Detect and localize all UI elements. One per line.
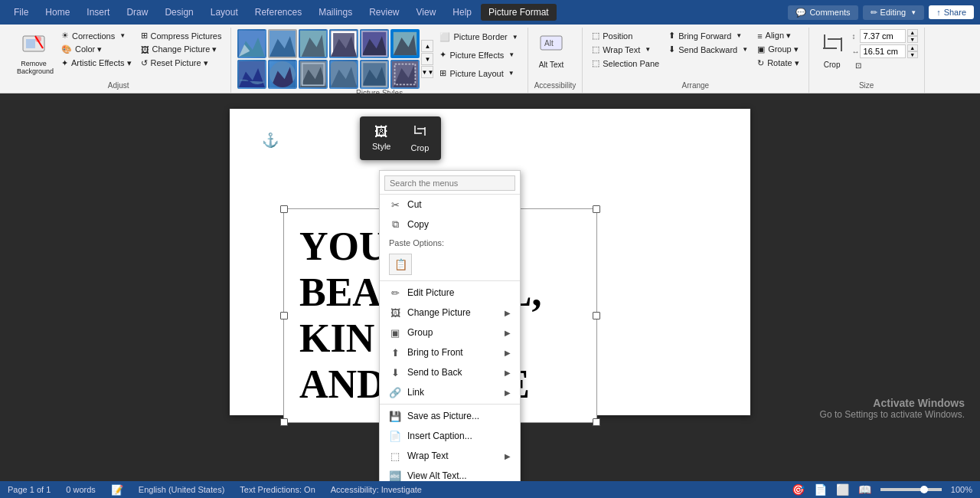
tab-home[interactable]: Home bbox=[38, 4, 77, 21]
view-normal-icon[interactable]: 📄 bbox=[814, 483, 827, 496]
selection-pane-button[interactable]: ⬚ Selection Pane bbox=[589, 57, 662, 70]
tab-picture-format[interactable]: Picture Format bbox=[481, 4, 557, 21]
cm-change-picture[interactable]: 🖼 Change Picture ▶ bbox=[380, 303, 520, 323]
align-button[interactable]: ≡ Align ▾ bbox=[754, 29, 802, 42]
width-up[interactable]: ▲ bbox=[907, 44, 918, 51]
wrap-text-arrow: ▶ bbox=[505, 452, 511, 460]
gallery-scroll-controls: ▲ ▼ ▼▼ bbox=[421, 40, 433, 78]
activate-desc: Go to Settings to activate Windows. bbox=[820, 409, 965, 420]
style-item-11[interactable] bbox=[360, 60, 389, 89]
tab-references[interactable]: References bbox=[247, 4, 309, 21]
cm-link[interactable]: 🔗 Link ▶ bbox=[380, 382, 520, 402]
change-picture-button[interactable]: 🖼 Change Picture ▾ bbox=[138, 43, 225, 56]
bring-forward-button[interactable]: ⬆ Bring Forward ▼ bbox=[665, 29, 751, 42]
comments-button[interactable]: 💬 Comments bbox=[788, 5, 858, 20]
reset-picture-button[interactable]: ↺ Reset Picture ▾ bbox=[138, 57, 225, 70]
cm-group[interactable]: ▣ Group ▶ bbox=[380, 323, 520, 342]
style-item-8[interactable] bbox=[268, 60, 297, 89]
zoom-thumb bbox=[920, 486, 928, 493]
style-item-3[interactable] bbox=[299, 29, 328, 58]
height-input[interactable] bbox=[860, 29, 906, 43]
effects-arrow: ▼ bbox=[508, 51, 514, 58]
cm-edit-picture[interactable]: ✏ Edit Picture bbox=[380, 283, 520, 303]
position-button[interactable]: ⬚ Position bbox=[589, 29, 662, 42]
alt-text-button[interactable]: Alt Alt Text bbox=[534, 29, 569, 72]
paste-keep-source[interactable]: 📋 bbox=[389, 254, 412, 275]
change-picture-icon: 🖼 bbox=[141, 45, 149, 54]
cm-view-alt-text[interactable]: 🔤 View Alt Text... bbox=[380, 466, 520, 481]
crop-label: Crop bbox=[824, 61, 841, 70]
layout-arrow: ▼ bbox=[508, 70, 514, 77]
cm-bring-to-front[interactable]: ⬆ Bring to Front ▶ bbox=[380, 342, 520, 362]
view-web-icon[interactable]: ⬜ bbox=[836, 483, 849, 496]
rotate-button[interactable]: ↻ Rotate ▾ bbox=[754, 57, 802, 70]
tab-insert[interactable]: Insert bbox=[79, 4, 117, 21]
styles-group-content: ▲ ▼ ▼▼ ⬜ Picture Border ▼ ✦ Picture Effe… bbox=[237, 29, 521, 89]
text-predictions: Text Predictions: On bbox=[240, 485, 315, 494]
width-down[interactable]: ▼ bbox=[907, 51, 918, 58]
gallery-expand[interactable]: ▼▼ bbox=[421, 66, 433, 78]
tab-design[interactable]: Design bbox=[157, 4, 201, 21]
float-crop-button[interactable]: Crop bbox=[401, 120, 438, 157]
send-backward-button[interactable]: ⬇ Send Backward ▼ bbox=[665, 43, 751, 56]
gallery-scroll-up[interactable]: ▲ bbox=[421, 40, 433, 52]
menu-search-input[interactable] bbox=[384, 175, 515, 191]
tab-layout[interactable]: Layout bbox=[203, 4, 246, 21]
style-item-1[interactable] bbox=[237, 29, 266, 58]
style-item-9[interactable] bbox=[299, 60, 328, 89]
cm-copy[interactable]: ⧉ Copy bbox=[380, 215, 520, 234]
handle-bot-right[interactable] bbox=[593, 418, 600, 426]
ribbon-group-picture-styles: ▲ ▼ ▼▼ ⬜ Picture Border ▼ ✦ Picture Effe… bbox=[231, 28, 528, 93]
float-style-button[interactable]: 🖼 Style bbox=[363, 120, 400, 157]
tab-view[interactable]: View bbox=[409, 4, 444, 21]
handle-mid-left[interactable] bbox=[280, 312, 288, 319]
alt-text-icon: Alt bbox=[539, 31, 564, 59]
bring-forward-arrow: ▼ bbox=[736, 32, 742, 39]
picture-effects-button[interactable]: ✦ Picture Effects ▼ bbox=[436, 48, 521, 61]
style-item-12[interactable] bbox=[390, 60, 420, 89]
size-dialog-launcher[interactable]: ⊡ bbox=[852, 60, 918, 71]
tab-draw[interactable]: Draw bbox=[119, 4, 155, 21]
handle-top-left[interactable] bbox=[280, 205, 288, 213]
wrap-text-button[interactable]: ⬚ Wrap Text ▼ bbox=[589, 43, 662, 56]
style-item-6[interactable] bbox=[390, 29, 420, 58]
handle-bot-left[interactable] bbox=[280, 418, 288, 426]
tab-help[interactable]: Help bbox=[445, 4, 479, 21]
compress-pictures-button[interactable]: ⊞ Compress Pictures bbox=[138, 29, 225, 42]
remove-background-button[interactable]: Remove Background bbox=[12, 29, 55, 78]
cm-wrap-text[interactable]: ⬚ Wrap Text ▶ bbox=[380, 446, 520, 466]
style-item-10[interactable] bbox=[329, 60, 358, 89]
handle-top-right[interactable] bbox=[593, 205, 600, 213]
cm-insert-caption[interactable]: 📄 Insert Caption... bbox=[380, 426, 520, 446]
picture-layout-button[interactable]: ⊞ Picture Layout ▼ bbox=[436, 67, 521, 80]
tab-mailings[interactable]: Mailings bbox=[311, 4, 360, 21]
corrections-button[interactable]: ☀ Corrections ▼ bbox=[58, 29, 135, 42]
view-read-icon[interactable]: 📖 bbox=[858, 483, 871, 496]
style-item-4[interactable] bbox=[329, 29, 358, 58]
height-up[interactable]: ▲ bbox=[907, 29, 918, 36]
gallery-scroll-down[interactable]: ▼ bbox=[421, 53, 433, 65]
arrange-content: ⬚ Position ⬚ Wrap Text ▼ ⬚ Selection Pan… bbox=[589, 29, 802, 81]
cm-cut[interactable]: ✂ Cut bbox=[380, 195, 520, 215]
style-item-5[interactable] bbox=[360, 29, 389, 58]
tab-review[interactable]: Review bbox=[361, 4, 407, 21]
width-input[interactable] bbox=[860, 44, 906, 58]
cm-send-to-back[interactable]: ⬇ Send to Back ▶ bbox=[380, 362, 520, 382]
handle-mid-right[interactable] bbox=[593, 312, 600, 319]
style-item-7[interactable] bbox=[237, 60, 266, 89]
group-arrow: ▶ bbox=[505, 329, 511, 337]
color-button[interactable]: 🎨 Color ▾ bbox=[58, 43, 135, 56]
share-button[interactable]: ↑ Share bbox=[929, 5, 974, 19]
cm-save-as-picture[interactable]: 💾 Save as Picture... bbox=[380, 406, 520, 426]
group-button[interactable]: ▣ Group ▾ bbox=[754, 43, 802, 56]
artistic-effects-button[interactable]: ✦ Artistic Effects ▾ bbox=[58, 57, 135, 70]
alt-text-icon: 🔤 bbox=[389, 470, 401, 481]
crop-button[interactable]: Crop bbox=[815, 29, 849, 72]
zoom-slider[interactable] bbox=[880, 488, 942, 491]
focus-icon[interactable]: 🎯 bbox=[792, 483, 805, 496]
tab-file[interactable]: File bbox=[6, 4, 36, 21]
picture-border-button[interactable]: ⬜ Picture Border ▼ bbox=[436, 31, 521, 44]
editing-button[interactable]: ✏ Editing ▼ bbox=[863, 5, 925, 20]
height-down[interactable]: ▼ bbox=[907, 36, 918, 43]
style-item-2[interactable] bbox=[268, 29, 297, 58]
